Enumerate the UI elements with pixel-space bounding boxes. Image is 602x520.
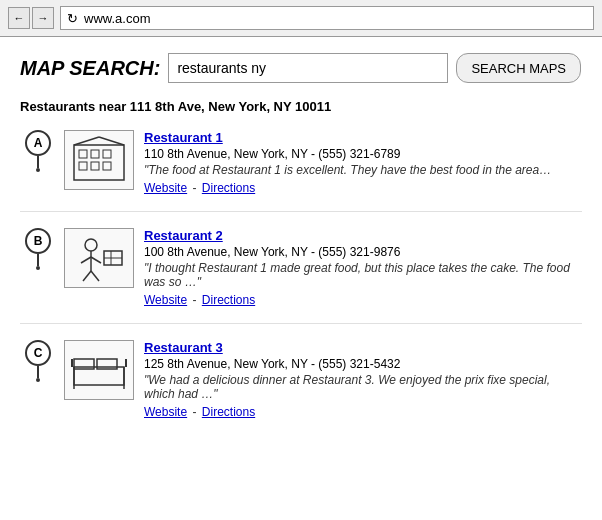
- pin-circle: C: [25, 340, 51, 366]
- link-separator: -: [192, 293, 199, 307]
- pin-circle: A: [25, 130, 51, 156]
- pin-marker-b: B: [20, 228, 56, 270]
- back-button[interactable]: ←: [8, 7, 30, 29]
- search-row: MAP SEARCH: SEARCH MAPS: [20, 53, 582, 83]
- result-text: Restaurant 2 100 8th Avenue, New York, N…: [144, 228, 582, 307]
- result-thumbnail: [64, 130, 134, 190]
- svg-line-13: [83, 271, 91, 281]
- website-link[interactable]: Website: [144, 181, 187, 195]
- address-bar-wrap: ↻: [60, 6, 594, 30]
- result-item: B Restaurant 2 100 8th Avenue, New York,…: [20, 228, 582, 324]
- result-review: "The food at Restaurant 1 is excellent. …: [144, 163, 582, 177]
- pin-stem: [37, 156, 39, 168]
- link-separator: -: [192, 181, 199, 195]
- svg-line-14: [91, 271, 99, 281]
- result-links: Website - Directions: [144, 293, 582, 307]
- svg-rect-3: [103, 150, 111, 158]
- result-item: C Restaurant 3 125 8th Avenue, New York,…: [20, 340, 582, 435]
- pin-marker-a: A: [20, 130, 56, 172]
- svg-line-7: [74, 137, 99, 145]
- results-heading: Restaurants near 111 8th Ave, New York, …: [20, 99, 582, 114]
- result-address: 100 8th Avenue, New York, NY - (555) 321…: [144, 245, 582, 259]
- result-name[interactable]: Restaurant 2: [144, 228, 582, 243]
- search-label: MAP SEARCH:: [20, 57, 160, 80]
- forward-button[interactable]: →: [32, 7, 54, 29]
- directions-link[interactable]: Directions: [202, 293, 255, 307]
- pin-dot: [36, 168, 40, 172]
- result-links: Website - Directions: [144, 181, 582, 195]
- pin-dot: [36, 266, 40, 270]
- result-thumbnail: [64, 340, 134, 400]
- result-name[interactable]: Restaurant 3: [144, 340, 582, 355]
- main-content: MAP SEARCH: SEARCH MAPS Restaurants near…: [0, 37, 602, 467]
- address-bar[interactable]: [84, 11, 587, 26]
- website-link[interactable]: Website: [144, 405, 187, 419]
- results-container: A Restaurant 1 110 8th Avenue, New York,…: [20, 130, 582, 435]
- result-address: 110 8th Avenue, New York, NY - (555) 321…: [144, 147, 582, 161]
- website-link[interactable]: Website: [144, 293, 187, 307]
- reload-icon: ↻: [67, 11, 78, 26]
- svg-rect-4: [79, 162, 87, 170]
- result-name[interactable]: Restaurant 1: [144, 130, 582, 145]
- svg-rect-5: [91, 162, 99, 170]
- result-links: Website - Directions: [144, 405, 582, 419]
- browser-chrome: ← → ↻: [0, 0, 602, 37]
- svg-rect-2: [91, 150, 99, 158]
- pin-circle: B: [25, 228, 51, 254]
- svg-point-9: [85, 239, 97, 251]
- link-separator: -: [192, 405, 199, 419]
- svg-rect-1: [79, 150, 87, 158]
- result-review: "I thought Restaurant 1 made great food,…: [144, 261, 582, 289]
- svg-rect-6: [103, 162, 111, 170]
- directions-link[interactable]: Directions: [202, 181, 255, 195]
- nav-buttons: ← →: [8, 7, 54, 29]
- result-address: 125 8th Avenue, New York, NY - (555) 321…: [144, 357, 582, 371]
- pin-dot: [36, 378, 40, 382]
- svg-line-11: [81, 257, 91, 263]
- svg-line-8: [99, 137, 124, 145]
- pin-marker-c: C: [20, 340, 56, 382]
- result-text: Restaurant 1 110 8th Avenue, New York, N…: [144, 130, 582, 195]
- search-button[interactable]: SEARCH MAPS: [456, 53, 581, 83]
- result-review: "We had a delicious dinner at Restaurant…: [144, 373, 582, 401]
- directions-link[interactable]: Directions: [202, 405, 255, 419]
- result-text: Restaurant 3 125 8th Avenue, New York, N…: [144, 340, 582, 419]
- search-input[interactable]: [168, 53, 448, 83]
- result-item: A Restaurant 1 110 8th Avenue, New York,…: [20, 130, 582, 212]
- result-thumbnail: [64, 228, 134, 288]
- pin-stem: [37, 366, 39, 378]
- svg-line-12: [91, 257, 101, 263]
- pin-stem: [37, 254, 39, 266]
